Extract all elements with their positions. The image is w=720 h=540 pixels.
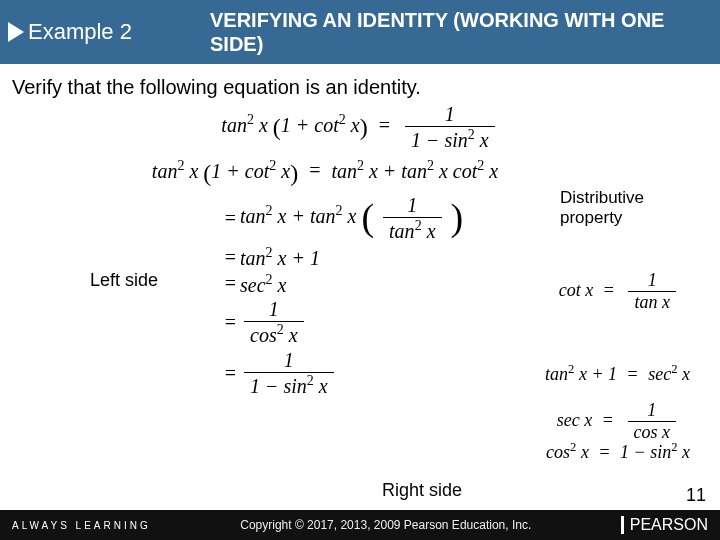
step3: = tan2 x + 1	[216, 245, 708, 270]
main-equation: tan2 x (1 + cot2 x) = 1 1 − sin2 x	[12, 103, 708, 152]
copyright-text: Copyright © 2017, 2013, 2009 Pearson Edu…	[151, 518, 621, 532]
instruction-text: Verify that the following equation is an…	[12, 76, 708, 99]
slide-header: Example 2 VERIFYING AN IDENTITY (WORKING…	[0, 0, 720, 64]
eq-1: 1	[281, 114, 291, 136]
eq-densin: sin	[444, 129, 467, 151]
right-side-label: Right side	[382, 480, 462, 501]
eq-den1: 1	[411, 129, 421, 151]
pearson-logo: PEARSON	[621, 516, 708, 534]
left-side-label: Left side	[90, 270, 158, 291]
eq-x2: x	[351, 114, 360, 136]
eq-num: 1	[405, 103, 495, 126]
example-label: Example 2	[28, 19, 132, 45]
slide-title: VERIFYING AN IDENTITY (WORKING WITH ONE …	[200, 0, 720, 64]
triangle-icon	[8, 22, 24, 42]
eq-frac: 1 1 − sin2 x	[405, 103, 495, 152]
identity-tan-sec: tan2 x + 1 = sec2 x	[545, 362, 690, 385]
slide-body: Verify that the following equation is an…	[0, 64, 720, 398]
pearson-text: PEARSON	[630, 516, 708, 534]
identity-cos: cos2 x = 1 − sin2 x	[546, 440, 690, 463]
eq-denx: x	[480, 129, 489, 151]
page-number: 11	[686, 485, 706, 506]
eq-x: x	[259, 114, 268, 136]
step1-lhs: tan2 x (1 + cot2 x) = tan2 x + tan2 x co…	[152, 158, 498, 187]
pearson-bar-icon	[621, 516, 624, 534]
eq-tan: tan	[221, 114, 247, 136]
distributive-label: Distributive property	[560, 188, 690, 227]
eq-cot: cot	[314, 114, 338, 136]
always-learning: ALWAYS LEARNING	[12, 520, 151, 531]
identity-sec: sec x = 1 cos x	[557, 400, 680, 443]
example-cell: Example 2	[0, 0, 200, 64]
identity-cot: cot x = 1 tan x	[559, 270, 680, 313]
footer-bar: ALWAYS LEARNING Copyright © 2017, 2013, …	[0, 510, 720, 540]
